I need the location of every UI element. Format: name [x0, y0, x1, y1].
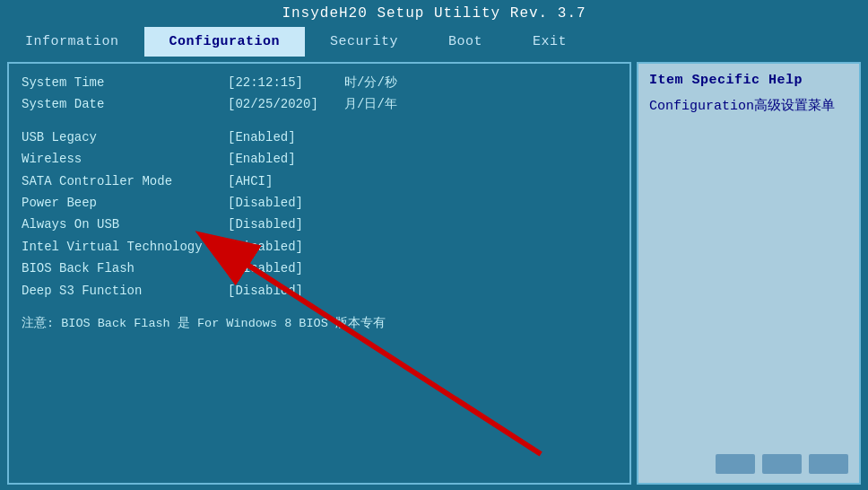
intel-vt-value[interactable]: [Disabled] [228, 237, 335, 257]
wireless-label: Wireless [22, 149, 228, 169]
sata-label: SATA Controller Mode [22, 171, 228, 191]
always-on-usb-row: Always On USB [Disabled] [22, 214, 617, 234]
nav-configuration[interactable]: Configuration [144, 27, 306, 57]
deep-s3-value[interactable]: [Disabled] [228, 281, 335, 301]
main-area: System Time [22:12:15] 时/分/秒 System Date… [0, 57, 868, 490]
intel-vt-label: Intel Virtual Technology [22, 237, 228, 257]
block-1 [716, 454, 755, 474]
app-title: InsydeH20 Setup Utility Rev. 3.7 [282, 5, 586, 22]
nav-bar: Information Configuration Security Boot … [0, 27, 868, 57]
wireless-row: Wireless [Enabled] [22, 149, 617, 169]
bios-back-flash-label: BIOS Back Flash [22, 258, 228, 278]
system-date-unit: 月/日/年 [344, 94, 397, 114]
nav-exit[interactable]: Exit [508, 27, 592, 57]
nav-information[interactable]: Information [0, 27, 144, 57]
power-beep-label: Power Beep [22, 193, 228, 213]
bios-back-flash-value[interactable]: [Disabled] [228, 258, 335, 278]
always-on-usb-label: Always On USB [22, 214, 228, 234]
intel-vt-row: Intel Virtual Technology [Disabled] [22, 237, 617, 257]
power-beep-row: Power Beep [Disabled] [22, 193, 617, 213]
block-2 [762, 454, 802, 474]
deep-s3-label: Deep S3 Function [22, 281, 228, 301]
usb-legacy-label: USB Legacy [22, 127, 228, 147]
title-bar: InsydeH20 Setup Utility Rev. 3.7 [0, 0, 868, 27]
system-time-unit: 时/分/秒 [344, 73, 397, 92]
system-date-row: System Date [02/25/2020] 月/日/年 [22, 94, 617, 114]
sata-row: SATA Controller Mode [AHCI] [22, 171, 617, 191]
system-time-value[interactable]: [22:12:15] [228, 73, 335, 92]
system-time-row: System Time [22:12:15] 时/分/秒 [22, 73, 617, 92]
right-panel: Item Specific Help Configuration高级设置菜单 [637, 62, 861, 485]
always-on-usb-value[interactable]: [Disabled] [228, 214, 335, 234]
system-time-label: System Time [22, 73, 228, 92]
note-text: 注意: BIOS Back Flash 是 For Windows 8 BIOS… [22, 317, 386, 330]
power-beep-value[interactable]: [Disabled] [228, 193, 335, 213]
usb-legacy-row: USB Legacy [Enabled] [22, 127, 617, 147]
sata-value[interactable]: [AHCI] [228, 171, 335, 191]
help-title: Item Specific Help [649, 73, 848, 88]
block-3 [809, 454, 848, 474]
nav-security[interactable]: Security [305, 27, 423, 57]
bios-back-flash-row: BIOS Back Flash [Disabled] [22, 258, 617, 278]
usb-legacy-value[interactable]: [Enabled] [228, 127, 335, 147]
left-panel: System Time [22:12:15] 时/分/秒 System Date… [7, 62, 631, 485]
system-date-value[interactable]: [02/25/2020] [228, 94, 335, 114]
help-text: Configuration高级设置菜单 [649, 97, 848, 118]
wireless-value[interactable]: [Enabled] [228, 149, 335, 169]
nav-boot[interactable]: Boot [423, 27, 508, 57]
deep-s3-row: Deep S3 Function [Disabled] [22, 281, 617, 301]
system-date-label: System Date [22, 94, 228, 114]
note-row: 注意: BIOS Back Flash 是 For Windows 8 BIOS… [22, 315, 617, 331]
bottom-blocks [649, 447, 848, 474]
